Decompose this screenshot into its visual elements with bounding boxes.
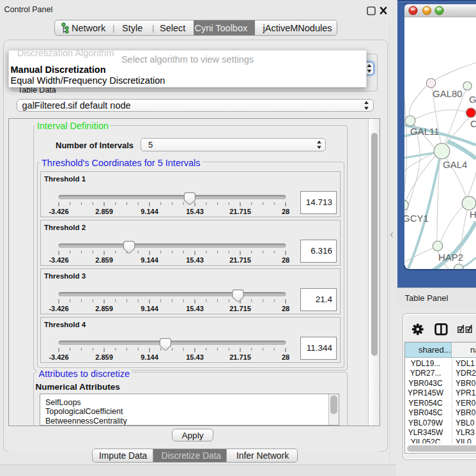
svg-text:-3.426: -3.426	[49, 353, 68, 361]
svg-text:GAL80: GAL80	[433, 88, 463, 99]
svg-text:28: 28	[282, 353, 289, 361]
svg-text:21.715: 21.715	[229, 353, 251, 361]
svg-text:9.144: 9.144	[141, 353, 158, 361]
svg-text:GCY1: GCY1	[403, 213, 429, 224]
svg-text:2.859: 2.859	[95, 256, 113, 264]
svg-text:9.144: 9.144	[141, 256, 158, 264]
svg-text:9.144: 9.144	[141, 208, 158, 215]
svg-text:C: C	[470, 118, 476, 129]
svg-text:GA: GA	[469, 94, 476, 105]
svg-text:2.859: 2.859	[95, 208, 113, 215]
svg-text:28: 28	[282, 305, 289, 312]
svg-text:21.715: 21.715	[229, 208, 251, 215]
svg-text:15.43: 15.43	[186, 353, 204, 361]
svg-text:28: 28	[282, 208, 289, 215]
svg-text:15.43: 15.43	[186, 305, 204, 312]
svg-text:-3.426: -3.426	[49, 208, 68, 215]
svg-text:28: 28	[282, 256, 289, 264]
svg-text:-3.426: -3.426	[49, 256, 68, 264]
svg-text:15.43: 15.43	[186, 208, 204, 215]
svg-text:9.144: 9.144	[141, 305, 158, 312]
svg-text:21.715: 21.715	[229, 305, 251, 312]
svg-text:21.715: 21.715	[229, 256, 251, 264]
svg-text:H: H	[470, 209, 476, 220]
svg-text:2.859: 2.859	[95, 353, 113, 361]
svg-text:GAL11: GAL11	[410, 126, 440, 137]
svg-text:2.859: 2.859	[95, 305, 113, 312]
svg-text:-3.426: -3.426	[49, 305, 68, 312]
svg-text:GAL4: GAL4	[443, 159, 467, 170]
svg-text:HAP2: HAP2	[438, 252, 463, 263]
svg-text:15.43: 15.43	[186, 256, 204, 264]
